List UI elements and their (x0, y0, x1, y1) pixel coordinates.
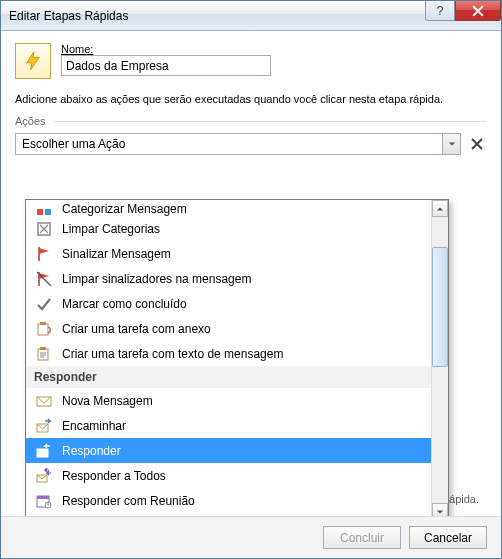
reply-all-icon (36, 468, 52, 484)
divider (54, 121, 487, 122)
dropdown-item-label: Criar uma tarefa com texto de mensagem (62, 347, 283, 361)
actions-label: Ações (15, 115, 46, 127)
categorize-icon (36, 208, 52, 216)
combo-dropdown-button[interactable] (442, 134, 460, 154)
dropdown-item-label: Encaminhar (62, 419, 126, 433)
window-title: Editar Etapas Rápidas (9, 9, 128, 23)
combo-selected-text: Escolher uma Ação (16, 137, 442, 151)
dropdown-item-label: Responder (62, 444, 121, 458)
dropdown-item[interactable]: Limpar sinalizadores na mensagem (26, 266, 431, 291)
svg-rect-5 (38, 324, 48, 335)
svg-rect-8 (40, 347, 46, 350)
chevron-down-icon (448, 140, 456, 148)
dropdown-item[interactable]: Sinalizar Mensagem (26, 241, 431, 266)
new-message-icon (36, 393, 52, 409)
scroll-track[interactable] (432, 217, 448, 503)
close-button[interactable] (455, 1, 501, 21)
dropdown-group: Responder (26, 366, 431, 388)
close-icon (472, 5, 484, 17)
dropdown-item-label: Limpar Categorias (62, 222, 160, 236)
dropdown-item[interactable]: Responder a Todos (26, 463, 431, 488)
dropdown-item[interactable]: Encaminhar mensagem como anexo (26, 513, 431, 516)
scrollbar[interactable] (431, 200, 448, 516)
x-icon (470, 137, 484, 151)
dropdown-item-label: Marcar como concluído (62, 297, 187, 311)
forward-icon (36, 418, 52, 434)
scroll-down-button[interactable] (432, 503, 448, 516)
dropdown-item[interactable]: Responder com Reunião (26, 488, 431, 513)
flag-icon (36, 246, 52, 262)
dropdown-item[interactable]: Criar uma tarefa com texto de mensagem (26, 341, 431, 366)
remove-action-button[interactable] (467, 134, 487, 154)
dropdown-item[interactable]: Responder (26, 438, 431, 463)
dropdown-item-label: Sinalizar Mensagem (62, 247, 171, 261)
name-label: Nome: (61, 43, 487, 55)
finish-button[interactable]: Concluir (323, 526, 401, 549)
titlebar: Editar Etapas Rápidas ? (1, 1, 501, 31)
check-icon (36, 296, 52, 312)
dropdown-item[interactable]: Categorizar Mensagem (26, 202, 431, 216)
dropdown-item-label: Responder com Reunião (62, 494, 195, 508)
reply-meeting-icon (36, 493, 52, 509)
dropdown-item-label: Limpar sinalizadores na mensagem (62, 272, 251, 286)
help-button[interactable]: ? (425, 1, 455, 21)
instruction-text: Adicione abaixo as ações que serão execu… (15, 93, 487, 105)
task-text-icon (36, 346, 52, 362)
name-input[interactable] (61, 55, 271, 76)
svg-rect-0 (37, 209, 43, 215)
cancel-button[interactable]: Cancelar (409, 526, 487, 549)
dropdown-item-label: Responder a Todos (62, 469, 166, 483)
obscured-text-fragment: ápida. (449, 493, 479, 505)
dropdown-item-label: Criar uma tarefa com anexo (62, 322, 211, 336)
action-combo[interactable]: Escolher uma Ação (15, 133, 461, 155)
svg-rect-6 (40, 322, 46, 325)
action-dropdown-list: Categorizar MensagemLimpar CategoriasSin… (25, 199, 449, 516)
dropdown-item[interactable]: Nova Mensagem (26, 388, 431, 413)
scroll-up-button[interactable] (432, 200, 448, 217)
scroll-thumb[interactable] (432, 247, 448, 367)
clear-flag-icon (36, 271, 52, 287)
triangle-down-icon (436, 508, 444, 516)
triangle-up-icon (436, 205, 444, 213)
quickstep-icon (15, 43, 51, 79)
dropdown-item[interactable]: Marcar como concluído (26, 291, 431, 316)
dropdown-item[interactable]: Encaminhar (26, 413, 431, 438)
task-attach-icon (36, 321, 52, 337)
dropdown-item[interactable]: Criar uma tarefa com anexo (26, 316, 431, 341)
reply-icon (36, 443, 52, 459)
help-icon: ? (437, 4, 444, 18)
svg-rect-14 (37, 496, 49, 499)
svg-rect-1 (45, 209, 51, 215)
dropdown-item-label: Nova Mensagem (62, 394, 153, 408)
dropdown-item[interactable]: Limpar Categorias (26, 216, 431, 241)
dropdown-item-label: Categorizar Mensagem (62, 202, 187, 216)
clear-categories-icon (36, 221, 52, 237)
